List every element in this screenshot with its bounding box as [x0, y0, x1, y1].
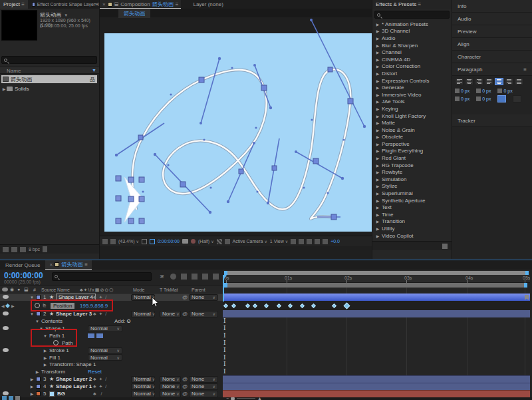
layer-bar-shape-layer-2[interactable]	[223, 375, 530, 383]
layer-switches[interactable]: ♣ /	[93, 391, 102, 396]
mode-select[interactable]: Normal∨	[131, 391, 155, 397]
layer-color-chip[interactable]	[36, 295, 41, 300]
parent-select[interactable]: None∨	[189, 311, 218, 317]
effects-category[interactable]: ▶Channel	[372, 49, 452, 56]
expand-transfer-controls-icon[interactable]	[9, 396, 13, 400]
group-row-contents[interactable]: ▼ Contents Add: ⊙	[0, 317, 223, 325]
panel-header-paragraph[interactable]: Paragraph≡	[452, 63, 532, 76]
panel-menu-icon[interactable]: ≡	[523, 67, 527, 73]
frame-blend-icon[interactable]	[192, 274, 198, 280]
group-row-path-1[interactable]: ▼ Path 1	[0, 332, 223, 339]
group-row-fill-1[interactable]: ▶ Fill 1 Normal∨	[0, 354, 223, 361]
keyframe-diamond[interactable]	[277, 303, 281, 307]
twirl-icon[interactable]: ▶	[375, 71, 380, 76]
property-name[interactable]: Path	[62, 340, 72, 346]
tab-overflow-icon[interactable]: »	[95, 1, 98, 7]
effects-category[interactable]: ▶Audio	[372, 35, 452, 42]
group-label[interactable]: Transform	[41, 369, 65, 375]
parent-select[interactable]: None∨	[189, 391, 218, 397]
expand-layer-switches-icon[interactable]	[2, 396, 7, 400]
pickwhip-icon[interactable]: @	[182, 311, 188, 317]
layer-switches[interactable]: ♣ ✦ /	[93, 295, 107, 300]
zoom-track[interactable]	[237, 398, 255, 399]
mode-select[interactable]: Normal∨	[131, 311, 155, 317]
rtl-direction-button[interactable]	[513, 95, 521, 102]
exposure-value[interactable]: +0.0	[331, 239, 340, 244]
twirl-icon[interactable]: ▶	[375, 226, 380, 231]
group-label[interactable]: Shape 1	[45, 325, 65, 331]
current-time-label[interactable]: 0:00:00:00	[158, 239, 180, 244]
new-comp-icon[interactable]	[20, 247, 26, 252]
magnification-icon[interactable]	[110, 239, 116, 244]
project-name-header[interactable]: Name ▼	[0, 67, 99, 74]
mode-column[interactable]: Mode	[133, 288, 145, 292]
space-after-field[interactable]: 0 px	[476, 97, 491, 101]
eye-icon[interactable]	[3, 326, 9, 330]
graph-editor-icon[interactable]	[213, 274, 219, 280]
align-center-button[interactable]	[465, 78, 473, 85]
indent-left-field[interactable]: 0 px	[455, 89, 469, 93]
twirl-icon[interactable]: ▶	[375, 93, 380, 97]
pickwhip-icon[interactable]: @	[182, 383, 188, 389]
keyframe-diamond[interactable]	[332, 303, 336, 307]
layer-row-shape-layer-4[interactable]: ▼ 1 ★ Shape Layer 4 ♣ ✦ / Normal∨ @ None…	[0, 294, 223, 301]
effects-category[interactable]: ▶Stylize	[372, 183, 452, 190]
effects-category[interactable]: ▶Text	[372, 204, 452, 211]
twirl-icon[interactable]: ▶	[1, 87, 7, 91]
justify-last-left-button[interactable]	[485, 78, 493, 85]
layer-name[interactable]: Shape Layer 3	[56, 311, 92, 317]
layer-row-bg[interactable]: ▶ 5 BG ♣ / Normal∨ None∨ @ None∨	[0, 390, 223, 397]
trkmat-select[interactable]: None∨	[160, 311, 181, 317]
twirl-icon[interactable]: ▼	[39, 327, 44, 331]
layer-name[interactable]: Shape Layer 4	[56, 294, 96, 301]
justify-all-button[interactable]	[515, 78, 523, 85]
align-left-button[interactable]	[455, 78, 464, 85]
timeline-search-input[interactable]	[52, 272, 152, 281]
layer-row-shape-layer-1[interactable]: ▶ 4 ★ Shape Layer 1 ♣ ✦ / Normal∨ None∨ …	[0, 383, 223, 390]
viewer-tab[interactable]: 箭头动画	[118, 9, 150, 18]
layer-name[interactable]: Shape Layer 2	[56, 376, 92, 382]
keyframe-diamond[interactable]	[245, 303, 250, 307]
twirl-icon[interactable]: ▶	[375, 128, 380, 132]
layer-color-chip[interactable]	[36, 377, 41, 381]
project-item-solids[interactable]: ▶ Solids	[1, 85, 97, 93]
twirl-icon[interactable]: ▶	[29, 384, 35, 389]
roi-icon[interactable]	[142, 239, 147, 244]
add-icon[interactable]: ⊙	[126, 318, 131, 324]
always-preview-icon[interactable]	[102, 239, 108, 244]
twirl-icon[interactable]: ▶	[375, 198, 380, 203]
keyframe-diamond[interactable]	[311, 303, 316, 307]
twirl-icon[interactable]: ▶	[375, 184, 380, 188]
effects-category[interactable]: ▶Matte	[372, 119, 452, 126]
group-label[interactable]: Stroke 1	[49, 347, 69, 353]
twirl-icon[interactable]: ▶	[375, 120, 380, 125]
twirl-icon[interactable]: ▼	[43, 334, 48, 338]
hide-shy-icon[interactable]	[181, 274, 187, 280]
position-value[interactable]: 195.9,898.9	[80, 303, 108, 309]
twirl-icon[interactable]: ▶	[375, 191, 380, 196]
camera-select[interactable]: Active Camera∨	[233, 239, 267, 244]
layer-bar-shape-layer-1[interactable]	[223, 383, 530, 390]
sort-icon[interactable]: ▼	[92, 68, 96, 73]
work-area-start[interactable]	[224, 283, 227, 288]
playhead-marker[interactable]	[223, 275, 227, 283]
twirl-icon[interactable]: ▶	[375, 99, 380, 104]
layer-name[interactable]: BG	[57, 391, 65, 397]
effects-category[interactable]: ▶Noise & Grain	[372, 126, 452, 134]
effects-category[interactable]: ▶Obsolete	[372, 134, 452, 141]
project-search-input[interactable]	[1, 56, 97, 64]
keyframe-diamond[interactable]	[300, 303, 305, 307]
layer-row-shape-layer-3[interactable]: ▼ 2 ★ Shape Layer 3 ♣ ✦ / Normal∨ None∨ …	[0, 310, 223, 317]
twirl-icon[interactable]: ▶	[375, 43, 380, 48]
panel-menu-icon[interactable]: ≡	[84, 262, 88, 268]
layer-color-chip[interactable]	[36, 311, 41, 316]
pickwhip-icon[interactable]: @	[182, 376, 188, 382]
parent-column[interactable]: Parent	[192, 288, 205, 292]
effects-category[interactable]: ▶Superluminal	[372, 190, 452, 197]
pickwhip-icon[interactable]: @	[182, 391, 188, 397]
motion-blur-icon[interactable]	[202, 274, 208, 280]
effects-category[interactable]: ▶Red Giant	[372, 154, 452, 162]
goto-time-icon[interactable]	[291, 239, 296, 244]
effects-category[interactable]: ▶Generate	[372, 84, 452, 91]
twirl-icon[interactable]: ▶	[375, 36, 380, 41]
